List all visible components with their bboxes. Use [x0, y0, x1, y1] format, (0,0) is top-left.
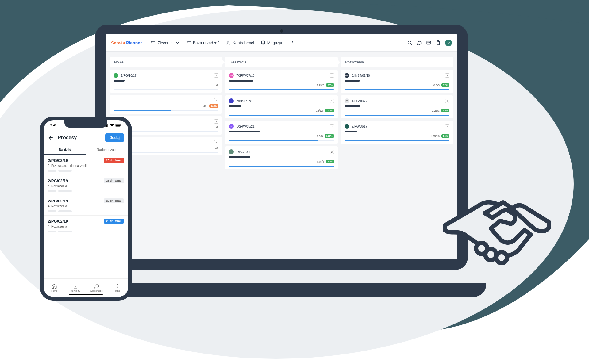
- chat-icon[interactable]: [417, 40, 422, 45]
- card-avatar: MK: [345, 73, 349, 78]
- card-badge: 95%: [326, 83, 334, 87]
- process-list-item[interactable]: 2/PG/02/1928 dni temu4. Rozliczenia: [44, 195, 128, 216]
- svg-point-2: [151, 43, 152, 43]
- phone-process-list: 2/PG/02/1928 dni temu2. Przekazane - do …: [44, 155, 128, 278]
- kanban-card[interactable]: 2/INST/07/18112/12100%: [225, 95, 337, 118]
- battery-icon: [115, 124, 121, 127]
- process-list-item[interactable]: 2/PG/02/1928 dni temu4. Rozliczenia: [44, 175, 128, 195]
- kanban-card[interactable]: 2/PG/08/1711.75/1088%: [341, 121, 453, 144]
- laptop-mockup: Serwis Planner Zlecenia Baza urządzeń Ko…: [95, 25, 468, 291]
- process-list-item[interactable]: 2/PG/02/1928 dni temu2. Przekazane - do …: [44, 155, 128, 175]
- kanban-card[interactable]: 1/PG/10/1720/6: [110, 70, 222, 93]
- svg-point-3: [151, 44, 152, 44]
- card-score: 4/8: [203, 105, 207, 108]
- card-progress: [229, 115, 334, 116]
- svg-rect-24: [116, 125, 120, 126]
- card-score: 4.75/5: [317, 160, 324, 163]
- search-icon[interactable]: [407, 40, 412, 45]
- card-avatar: [345, 124, 349, 129]
- card-count: 2: [330, 150, 334, 154]
- list-item-title: 2/PG/02/19: [48, 199, 68, 203]
- card-footer: 4/8112%: [114, 104, 218, 108]
- card-content-bar: [114, 80, 125, 82]
- svg-point-18: [496, 252, 507, 263]
- nav-devices-label: Baza urządzeń: [193, 40, 220, 45]
- card-footer: 0.5/317%: [345, 83, 449, 87]
- card-title: 1/PG/10/17: [121, 74, 137, 77]
- card-score: 0/6: [215, 83, 219, 86]
- card-title: 7/SRW/07/18: [236, 74, 254, 77]
- kanban-column: RozliczeniaMK3/INST/01/1030.5/317%PR1/PG…: [341, 57, 453, 254]
- tab-today[interactable]: Na dziś: [44, 145, 86, 155]
- phone-time: 9:41: [50, 124, 56, 127]
- card-badge: 45%: [441, 109, 449, 112]
- card-badge: 95%: [326, 160, 334, 163]
- back-arrow-icon[interactable]: [48, 135, 54, 141]
- kanban-card[interactable]: MK3/INST/01/1030.5/317%: [341, 70, 453, 93]
- kanban-card[interactable]: DR7/SRW/07/1814.75/595%: [225, 70, 337, 93]
- phone-header: Procesy Dodaj: [44, 130, 128, 145]
- list-item-subtitle: 4. Rozliczenia: [48, 205, 124, 208]
- card-footer: 4.75/595%: [229, 83, 334, 87]
- kanban-card[interactable]: PR1/PG/10/2212.25/345%: [341, 95, 453, 118]
- card-progress: [345, 89, 449, 90]
- card-footer: 12/12100%: [229, 109, 334, 112]
- card-badge: 100%: [325, 134, 334, 138]
- card-content-bar: [345, 131, 357, 132]
- kanban-board: Nowe1/PG/10/1720/624/8112%30/630/6Realiz…: [106, 52, 457, 259]
- list-item-title: 2/PG/02/19: [48, 219, 68, 224]
- card-progress: [114, 89, 218, 90]
- list-icon: [151, 40, 156, 45]
- phone-mockup: 9:41 Procesy Dodaj Na dziś Nadchodzące 2…: [40, 117, 132, 301]
- card-badge: 112%: [209, 104, 218, 108]
- tab-upcoming[interactable]: Nadchodzące: [86, 145, 128, 155]
- list-item-skeleton: [48, 190, 124, 192]
- chevron-down-icon: [175, 40, 180, 45]
- nav-warehouse[interactable]: Magazyn: [261, 40, 283, 45]
- svg-point-9: [292, 41, 293, 42]
- card-title: 3/INST/01/10: [352, 74, 370, 77]
- card-footer: 4.75/595%: [229, 160, 334, 163]
- laptop-camera: [280, 29, 283, 33]
- nav-devices[interactable]: Baza urządzeń: [187, 40, 220, 45]
- card-footer: 2.25/345%: [345, 109, 449, 112]
- card-count: 1: [330, 99, 334, 103]
- svg-point-5: [187, 43, 187, 43]
- kanban-card[interactable]: 1/PG/10/1724.75/595%: [225, 146, 337, 169]
- mail-icon[interactable]: [426, 40, 431, 45]
- nav-more[interactable]: [290, 40, 295, 45]
- svg-point-4: [187, 41, 187, 42]
- svg-point-10: [292, 43, 293, 43]
- clipboard-icon[interactable]: [436, 40, 441, 45]
- nav-orders[interactable]: Zlecenia: [151, 40, 180, 45]
- column-header: Realizacja: [225, 57, 337, 67]
- card-footer: 2.5/3100%: [229, 134, 334, 138]
- bottom-nav-more[interactable]: Inne: [107, 279, 128, 297]
- card-count: 1: [445, 99, 449, 103]
- nav-contractors[interactable]: Kontrahenci: [226, 40, 254, 45]
- card-avatar: [229, 98, 234, 103]
- add-button[interactable]: Dodaj: [105, 133, 124, 142]
- card-score: 12/12: [316, 109, 323, 112]
- logo-part-b: Planner: [126, 40, 142, 45]
- svg-point-6: [187, 44, 187, 44]
- column-header: Nowe: [110, 57, 222, 67]
- home-icon: [52, 283, 57, 289]
- kanban-card[interactable]: JL1/SRW/08/2122.5/3100%: [225, 121, 337, 144]
- process-list-item[interactable]: 2/PG/02/1928 dni temu4. Rozliczenia: [44, 216, 128, 236]
- bottom-nav-home[interactable]: Home: [44, 279, 65, 297]
- list-item-badge: 28 dni temu: [104, 219, 124, 224]
- card-badge: 17%: [441, 83, 449, 87]
- home-indicator: [69, 294, 103, 295]
- card-avatar: [114, 73, 118, 78]
- card-score: 2.5/3: [317, 135, 323, 138]
- user-icon: [226, 40, 231, 45]
- card-avatar: PR: [345, 98, 349, 103]
- list-item-subtitle: 2. Przekazane - do realizacji: [48, 164, 124, 167]
- user-avatar[interactable]: SA: [445, 40, 452, 46]
- card-content-bar: [229, 80, 253, 82]
- kanban-card[interactable]: 24/8112%: [110, 95, 222, 114]
- card-progress: [345, 140, 449, 141]
- card-progress: [229, 140, 334, 141]
- card-progress: [114, 110, 218, 111]
